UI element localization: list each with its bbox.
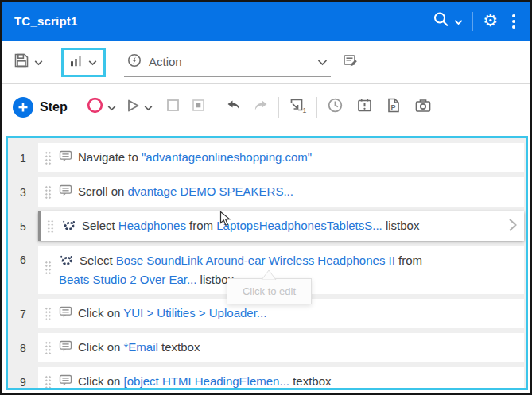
- script-title: TC_script1: [14, 14, 78, 28]
- step-row: 3Scroll on dvantage DEMO SPEAKERS...: [8, 177, 526, 207]
- report-step-button[interactable]: P: [384, 95, 403, 118]
- tooltip-arrow: [261, 269, 277, 282]
- steps-list: 1Navigate to "advantageonlineshopping.co…: [6, 136, 528, 390]
- edit-description-button[interactable]: [342, 52, 359, 72]
- step-text-segment[interactable]: "advantageonlineshopping.com": [142, 150, 312, 164]
- toolbar-divider: [52, 51, 52, 73]
- clock-icon: [327, 97, 344, 117]
- stop-square-dot-icon: [191, 98, 206, 116]
- step-text-segment: Select: [80, 254, 116, 267]
- step-card[interactable]: Navigate to "advantageonlineshopping.com…: [38, 143, 524, 172]
- view-dropdown-chevron-icon[interactable]: [88, 55, 97, 69]
- object-selector-button[interactable]: 1: [287, 95, 309, 118]
- step-number: 5: [8, 211, 38, 241]
- box-arrow-icon: 1: [289, 97, 307, 117]
- step-text-segment: textbox: [289, 374, 332, 388]
- expand-step-chevron-icon[interactable]: [507, 217, 518, 235]
- step-text-segment: Navigate to: [78, 150, 142, 164]
- run-button[interactable]: [124, 96, 154, 118]
- step-text-segment: Click on: [78, 374, 124, 388]
- camera-icon: [414, 98, 432, 117]
- step-number: 7: [8, 299, 38, 328]
- step-text-segment[interactable]: dvantage DEMO SPEAKERS...: [128, 184, 293, 198]
- step-text-segment: from: [186, 219, 216, 232]
- action-icon: [127, 53, 142, 71]
- step-card[interactable]: Click on *Email textbox: [38, 333, 524, 362]
- step-card[interactable]: Select Headphones from LaptopsHeadphones…: [38, 211, 524, 241]
- screenshot-button[interactable]: [413, 96, 433, 118]
- comment-icon: [59, 184, 72, 202]
- drag-handle-icon[interactable]: [45, 151, 52, 165]
- record-icon: [86, 96, 104, 118]
- step-text-segment: Select: [82, 219, 118, 232]
- step-row: 1Navigate to "advantageonlineshopping.co…: [8, 143, 526, 172]
- undo-button[interactable]: [224, 97, 244, 118]
- add-step-label: Step: [40, 100, 68, 114]
- step-row: 8Click on *Email textbox: [8, 333, 526, 362]
- drag-handle-icon[interactable]: [47, 219, 54, 233]
- svg-text:P: P: [390, 103, 395, 111]
- drag-handle-icon[interactable]: [45, 185, 52, 199]
- comment-icon: [59, 340, 72, 358]
- action-dropdown-chevron-icon[interactable]: [317, 55, 328, 69]
- step-text-segment[interactable]: *Email: [124, 340, 158, 354]
- view-selector-button[interactable]: [61, 48, 106, 77]
- record-dropdown-chevron-icon[interactable]: [107, 100, 116, 114]
- play-icon: [126, 98, 141, 117]
- drag-handle-icon[interactable]: [45, 307, 52, 320]
- more-options-button[interactable]: [511, 13, 517, 30]
- action-dropdown-value: Action: [149, 55, 310, 68]
- save-dropdown-chevron-icon[interactable]: [34, 55, 43, 69]
- step-number: 1: [8, 143, 38, 172]
- step-text-segment[interactable]: YUI > Utilities > Uploader...: [123, 306, 266, 319]
- save-button[interactable]: [13, 52, 43, 72]
- step-description: Scroll on dvantage DEMO SPEAKERS...: [59, 183, 516, 202]
- redo-arrow-icon: [252, 99, 269, 116]
- step-text-segment[interactable]: Headphones: [118, 219, 186, 232]
- step-text-segment: Click on: [78, 306, 123, 319]
- step-card[interactable]: Scroll on dvantage DEMO SPEAKERS...: [38, 177, 524, 207]
- step-text-segment: listbox: [382, 219, 420, 232]
- drag-handle-icon[interactable]: [45, 341, 52, 354]
- header-divider: [472, 12, 473, 31]
- svg-text:1: 1: [302, 106, 306, 114]
- wait-step-button[interactable]: [325, 95, 345, 118]
- step-description: Click on *Email textbox: [59, 339, 516, 358]
- steps-toolbar: Step: [2, 84, 530, 130]
- step-text-segment: textbox: [158, 340, 200, 354]
- toolbar-divider: [115, 51, 115, 73]
- step-text-segment[interactable]: Beats Studio 2 Over Ear...: [59, 273, 196, 286]
- add-step-button[interactable]: Step: [13, 97, 68, 118]
- comment-icon: [59, 374, 72, 391]
- action-dropdown[interactable]: Action: [124, 47, 331, 77]
- drag-handle-icon[interactable]: [45, 375, 52, 389]
- step-text-segment[interactable]: LaptopsHeadphonesTabletsS...: [216, 219, 382, 232]
- note-pencil-icon: [342, 52, 359, 72]
- step-text-segment[interactable]: Bose SoundLink Around-ear Wireless Headp…: [116, 254, 395, 267]
- search-button[interactable]: [432, 10, 463, 32]
- search-dropdown-chevron-icon[interactable]: [454, 14, 463, 29]
- primary-toolbar: Action: [2, 41, 530, 84]
- step-card[interactable]: Click on [object HTMLHeadingElemen... te…: [38, 367, 524, 390]
- step-description: Navigate to "advantageonlineshopping.com…: [59, 149, 516, 168]
- run-dropdown-chevron-icon[interactable]: [144, 100, 153, 114]
- toolbar-divider: [316, 97, 317, 118]
- toolbar-divider: [278, 97, 279, 118]
- verification-step-button[interactable]: [355, 95, 375, 118]
- step-row: 5Select Headphones from LaptopsHeadphone…: [8, 211, 526, 241]
- step-row: 9Click on [object HTMLHeadingElemen... t…: [8, 367, 526, 390]
- header-bar: TC_script1 ⚙: [2, 2, 530, 41]
- toolbar-divider: [216, 97, 216, 118]
- smart-object-icon: [61, 219, 76, 236]
- smart-object-icon: [59, 254, 74, 271]
- step-number: 8: [8, 333, 38, 362]
- settings-button[interactable]: ⚙: [483, 13, 498, 29]
- comment-icon: [59, 306, 72, 323]
- stop-button[interactable]: [164, 96, 182, 118]
- bar-chart-icon: [70, 55, 83, 70]
- stop-capture-button[interactable]: [189, 96, 208, 118]
- record-button[interactable]: [84, 95, 118, 119]
- step-text-segment[interactable]: [object HTMLHeadingElemen...: [124, 374, 289, 388]
- redo-button[interactable]: [250, 97, 270, 118]
- drag-handle-icon[interactable]: [45, 261, 52, 274]
